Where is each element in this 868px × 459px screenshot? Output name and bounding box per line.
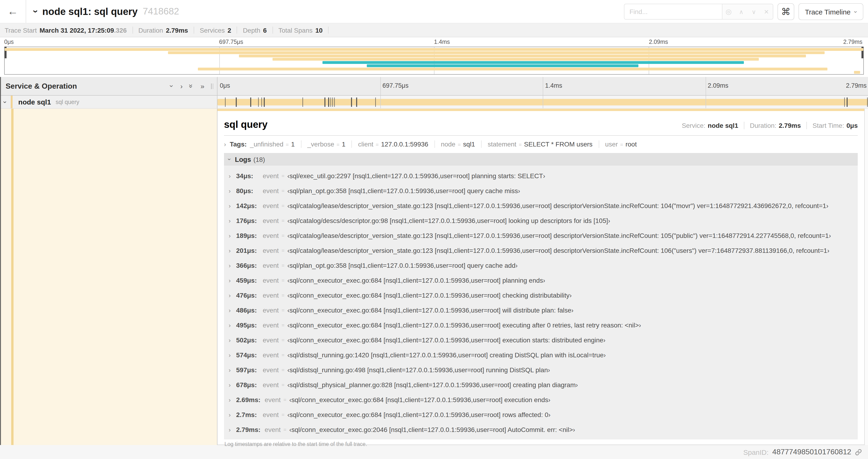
log-equals: =	[282, 307, 285, 313]
logs-label: Logs	[235, 156, 251, 163]
log-entry-row[interactable]: › 574μs: event = ‹sql/distsql_running.go…	[229, 348, 853, 362]
timeline-tick-label: 1.4ms	[545, 82, 562, 89]
tag-key: client	[358, 140, 373, 148]
logs-block: › Logs (18) › 34μs: event = ‹sql/exec_ut…	[224, 153, 858, 447]
log-entry-row[interactable]: › 34μs: event = ‹sql/exec_util.go:2297 […	[229, 168, 853, 183]
log-expand-chevron-icon[interactable]: ›	[229, 187, 236, 194]
log-entry-row[interactable]: › 678μs: event = ‹sql/distsql_physical_p…	[229, 378, 853, 392]
deep-link-icon[interactable]	[855, 449, 862, 456]
log-marker	[867, 97, 868, 107]
collapse-all-icon[interactable]: »	[188, 84, 195, 88]
log-expand-chevron-icon[interactable]: ›	[229, 172, 236, 179]
log-entry-row[interactable]: › 459μs: event = ‹sql/conn_executor_exec…	[229, 273, 853, 288]
find-input[interactable]	[624, 4, 722, 20]
timeline-tick-label: 2.79ms	[843, 39, 862, 45]
log-equals: =	[282, 322, 285, 328]
minimap-span-bar	[5, 48, 863, 51]
column-resize-grip[interactable]	[211, 83, 213, 89]
log-equals: =	[282, 173, 285, 179]
find-clear-icon[interactable]: ✕	[760, 8, 773, 15]
span-detail-header: sql query Service: node sql1 Duration: 2…	[224, 109, 858, 130]
log-expand-chevron-icon[interactable]: ›	[229, 352, 236, 358]
log-entry-row[interactable]: › 2.79ms: event = ‹sql/conn_executor_exe…	[229, 422, 853, 437]
log-timestamp: 495μs:	[236, 321, 258, 329]
find-prev-icon[interactable]: ∧	[735, 8, 748, 15]
log-expand-chevron-icon[interactable]: ›	[229, 366, 236, 373]
log-message: ‹sql/exec_util.go:2297 [nsql1,client=127…	[287, 172, 545, 179]
log-entry-row[interactable]: › 495μs: event = ‹sql/conn_executor_exec…	[229, 318, 853, 333]
locate-icon[interactable]: ◎	[722, 7, 735, 16]
log-entry-row[interactable]: › 597μs: event = ‹sql/distsql_running.go…	[229, 362, 853, 378]
span-overview-label: Service:	[682, 122, 705, 129]
keyboard-shortcuts-button[interactable]: ⌘	[777, 3, 794, 20]
log-entry-row[interactable]: › 201μs: event = ‹sql/catalog/lease/desc…	[229, 243, 853, 258]
log-entry-row[interactable]: › 486μs: event = ‹sql/conn_executor_exec…	[229, 303, 853, 318]
span-id-label: SpanID:	[743, 448, 768, 456]
log-field-name: event	[263, 217, 279, 224]
log-equals: =	[282, 412, 285, 418]
log-expand-chevron-icon[interactable]: ›	[229, 426, 236, 433]
log-expand-chevron-icon[interactable]: ›	[229, 262, 236, 269]
logs-header[interactable]: › Logs (18)	[224, 153, 858, 166]
log-entry-row[interactable]: › 176μs: event = ‹sql/catalog/descs/desc…	[229, 213, 853, 228]
log-expand-chevron-icon[interactable]: ›	[229, 232, 236, 239]
log-timestamp: 201μs:	[236, 247, 258, 254]
log-message: ‹sql/distsql_running.go:498 [nsql1,clien…	[287, 366, 550, 374]
log-expand-chevron-icon[interactable]: ›	[229, 247, 236, 254]
log-entry-row[interactable]: › 2.7ms: event = ‹sql/conn_executor_exec…	[229, 407, 853, 422]
log-timestamp: 678μs:	[236, 381, 258, 389]
expand-one-icon[interactable]: ›	[180, 83, 183, 90]
log-expand-chevron-icon[interactable]: ›	[229, 217, 236, 224]
log-expand-chevron-icon[interactable]: ›	[229, 381, 236, 388]
logs-collapse-chevron-icon[interactable]: ›	[226, 158, 233, 160]
timeline-ruler[interactable]: 0μs697.75μs1.4ms2.09ms2.79ms	[217, 77, 868, 95]
log-timestamp: 486μs:	[236, 306, 258, 314]
collapse-one-icon[interactable]: ›	[169, 85, 176, 87]
collapse-chevron-icon[interactable]: ›	[30, 10, 41, 13]
log-expand-chevron-icon[interactable]: ›	[229, 396, 236, 403]
divider	[328, 27, 329, 34]
log-entry-row[interactable]: › 502μs: event = ‹sql/conn_executor_exec…	[229, 333, 853, 348]
expand-all-icon[interactable]: »	[200, 83, 205, 90]
minimap-span-bar	[273, 58, 758, 60]
back-button[interactable]: ←	[0, 0, 26, 23]
timeline-tick-label: 2.79ms	[846, 82, 867, 89]
log-entry-row[interactable]: › 189μs: event = ‹sql/catalog/lease/desc…	[229, 228, 853, 243]
log-field-name: event	[263, 321, 279, 329]
log-entry-row[interactable]: › 476μs: event = ‹sql/conn_executor_exec…	[229, 288, 853, 303]
log-message: ‹sql/catalog/lease/descriptor_version_st…	[287, 247, 829, 254]
log-entry-row[interactable]: › 2.69ms: event = ‹sql/conn_executor_exe…	[229, 392, 853, 407]
minimap-span-bar	[322, 61, 744, 64]
log-field-name: event	[263, 411, 279, 418]
log-expand-chevron-icon[interactable]: ›	[229, 292, 236, 299]
span-row-timeline-cell[interactable]	[217, 96, 868, 109]
log-message: ‹sql/conn_executor_exec.go:684 [nsql1,cl…	[287, 292, 572, 299]
log-expand-chevron-icon[interactable]: ›	[229, 411, 236, 418]
log-expand-chevron-icon[interactable]: ›	[229, 336, 236, 343]
log-message: ‹sql/conn_executor_exec.go:2046 [nsql1,c…	[289, 426, 575, 433]
span-row-name-cell[interactable]: › node sql1 sql query	[0, 96, 217, 109]
tag-item: user = root	[598, 140, 637, 148]
log-entry-row[interactable]: › 366μs: event = ‹sql/plan_opt.go:358 [n…	[229, 258, 853, 273]
chevron-down-icon: ›	[852, 11, 859, 13]
find-next-icon[interactable]: ∨	[748, 8, 760, 15]
span-table-header: Service & Operation › › » » 0μs697.75μs1…	[0, 77, 868, 96]
trace-info-value: 2	[227, 26, 231, 34]
log-expand-chevron-icon[interactable]: ›	[229, 277, 236, 284]
divider	[132, 27, 133, 34]
trace-info-bar: Trace Start March 31 2022, 17:25:09.326 …	[0, 23, 868, 37]
log-expand-chevron-icon[interactable]: ›	[229, 202, 236, 209]
log-entry-row[interactable]: › 142μs: event = ‹sql/catalog/lease/desc…	[229, 198, 853, 213]
tags-row[interactable]: › Tags: _unfinished = 1 _verbose =	[224, 139, 858, 149]
log-field-name: event	[263, 306, 279, 314]
log-entry-row[interactable]: › 80μs: event = ‹sql/plan_opt.go:358 [ns…	[229, 183, 853, 198]
tags-expand-chevron-icon[interactable]: ›	[224, 141, 226, 147]
tag-item: statement = SELECT * FROM users	[481, 140, 592, 148]
log-expand-chevron-icon[interactable]: ›	[229, 322, 236, 329]
span-collapse-chevron-icon[interactable]: ›	[2, 101, 9, 103]
minimap-canvas[interactable]	[4, 47, 864, 75]
log-expand-chevron-icon[interactable]: ›	[229, 307, 236, 314]
tag-key: _unfinished	[250, 140, 283, 148]
trace-view-selector[interactable]: Trace Timeline ›	[799, 3, 863, 20]
trace-info-item: Depth 6	[243, 26, 278, 34]
